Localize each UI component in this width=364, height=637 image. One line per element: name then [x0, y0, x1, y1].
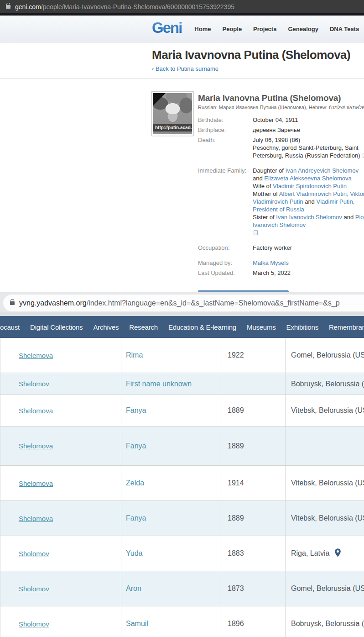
cell-place: Gomel, Belorussia (USSR) [286, 338, 364, 373]
cell-surname: Shelemova [0, 338, 121, 373]
cell-year: 1914 [222, 466, 286, 500]
place: Gomel, Belorussia (USSR) [291, 351, 364, 359]
browser-url-bar-geni[interactable]: geni.com/people/Maria-Ivavnovna-Putina-S… [0, 0, 364, 13]
profile-photo[interactable]: http://putin.acad... [152, 92, 193, 136]
detail-line: October 04, 1911 [253, 116, 364, 124]
cell-first-name: Aron [121, 571, 222, 606]
surname-link[interactable]: Sholomov [19, 620, 49, 628]
place: Bobruysk, Belorussia (USSR) [291, 620, 364, 628]
detail-value: Malka Mysels [253, 259, 364, 267]
surname-link[interactable]: Shelomova [19, 442, 53, 450]
detail-line [253, 229, 364, 237]
detail-value: October 04, 1911 [253, 116, 364, 124]
detail-label: Death: [198, 136, 253, 159]
surname-link[interactable]: Sholomov [19, 550, 49, 558]
profile-link-ivan-ivanovich-shelomov[interactable]: Ivan Ivanovich Shelomov [276, 214, 342, 221]
yv-nav-remembrance[interactable]: Remembrance [329, 323, 364, 331]
yadvashem-section: yvng.yadvashem.org/index.html?language=e… [0, 292, 364, 637]
geni-title-block: Maria Ivavnovna Putina (Shelomova) ‹ Bac… [0, 42, 364, 79]
cell-surname: Shelomova [0, 395, 121, 426]
profile-link-ivan-andreyevich-shelomov[interactable]: Ivan Andreyevich Shelomov [286, 167, 359, 174]
cell-place: Gomel, Belorussia (USSR) [286, 571, 364, 606]
detail-line: Pesochny, gorod Sankt-Peterburg, Saint P… [253, 144, 364, 159]
cell-first-name: Fanya [121, 501, 222, 536]
cell-year: 1922 [222, 338, 286, 373]
yv-nav-research[interactable]: Research [129, 323, 158, 331]
page: geni.com/people/Maria-Ivavnovna-Putina-S… [0, 0, 364, 637]
url-pill[interactable]: yvng.yadvashem.org/index.html?language=e… [3, 295, 364, 311]
cell-first-name: Fanya [121, 395, 222, 426]
geni-logo[interactable]: Geni [152, 19, 182, 37]
yv-nav-digital-collections[interactable]: Digital Collections [30, 323, 83, 331]
table-row: ShelomovaFanya1889Vitebsk, Belorussia (U… [0, 395, 364, 426]
detail-row-last-updated: Last Updated:March 5, 2022 [198, 269, 364, 277]
geni-header: Geni HomePeopleProjectsGenealogyDNA Test… [0, 16, 364, 42]
cell-year: 1889 [222, 426, 286, 465]
cell-first-name: Samuil [121, 606, 222, 637]
profile-name: Maria Ivanovna Putina (Shelomova) [198, 93, 364, 103]
profile-details: Birthdate:October 04, 1911Birthplace:дер… [198, 116, 364, 277]
cell-year [222, 373, 286, 395]
surname-link[interactable]: Shelomova [19, 407, 53, 415]
lock-icon [6, 5, 10, 9]
cell-year: 1896 [222, 606, 286, 637]
yv-nav-archives[interactable]: Archives [93, 323, 119, 331]
first-name: Aron [126, 584, 141, 593]
surname-link[interactable]: Sholomov [19, 585, 49, 593]
geni-nav-genealogy[interactable]: Genealogy [288, 26, 318, 32]
cell-first-name: First name unknown [121, 373, 222, 395]
url-path: /people/Maria-Ivavnovna-Putina-Shelomova… [41, 3, 234, 11]
profile-info: Maria Ivanovna Putina (Shelomova) Russia… [198, 92, 364, 305]
place: Vitebsk, Belorussia (USSR) [291, 479, 364, 487]
place: Vitebsk, Belorussia (USSR) [291, 406, 364, 415]
table-row: SholomovAron1873Gomel, Belorussia (USSR) [0, 571, 364, 606]
yv-nav-education-e-learning[interactable]: Education & E-learning [168, 323, 236, 331]
cell-surname: Sholomov [0, 571, 121, 606]
profile-link-vladimir-spiridonovich-putin[interactable]: Vladimir Spiridonovich Putin [273, 183, 347, 190]
yv-nav-ocaust[interactable]: ocaust [0, 323, 20, 331]
yv-nav-exhibitions[interactable]: Exhibitions [286, 323, 318, 331]
detail-row-birthdate: Birthdate:October 04, 1911 [198, 116, 364, 124]
yv-nav-museums[interactable]: Museums [247, 323, 276, 331]
cell-first-name: Rima [121, 338, 222, 373]
cell-surname: Shelomova [0, 501, 121, 536]
cell-place: Bobruysk, Belorussia (USSR) [286, 373, 364, 395]
surname-link[interactable]: Shelomov [19, 380, 49, 388]
profile-link-malka-mysels[interactable]: Malka Mysels [253, 259, 289, 266]
birth-year: 1883 [228, 549, 244, 558]
browser-url-bar-yadvashem[interactable]: yvng.yadvashem.org/index.html?language=e… [0, 292, 364, 312]
surname-link[interactable]: Shelomova [19, 515, 53, 522]
detail-line: Sister of Ivan Ivanovich Shelomov and Pi… [253, 213, 364, 229]
place: Riga, Latvia [291, 549, 330, 558]
surname-link[interactable]: Shelomova [19, 479, 53, 487]
cell-year: 1889 [222, 395, 286, 426]
birth-year: 1922 [228, 351, 244, 359]
detail-line: Mother of Albert Vladimirovich Putin; Vi… [253, 190, 364, 213]
profile-link-elizaveta-alekseevna-shelomova[interactable]: Elizaveta Alekseevna Shelomova [264, 175, 352, 182]
geni-nav-people[interactable]: People [222, 26, 242, 32]
geni-nav-projects[interactable]: Projects [253, 26, 276, 32]
cell-place: Bobruysk, Belorussia (USSR) [286, 606, 364, 637]
cell-place: Vitebsk, Belorussia (USSR) [286, 395, 364, 426]
cell-place: Riga, Latvia [286, 536, 364, 571]
document-icon[interactable] [254, 230, 258, 235]
geni-nav-dna-tests[interactable]: DNA Tests [330, 26, 359, 32]
geni-nav-home[interactable]: Home [194, 26, 211, 32]
location-pin-icon[interactable] [333, 548, 343, 560]
geni-nav: HomePeopleProjectsGenealogyDNA Tests [194, 26, 359, 32]
cell-surname: Sholomov [0, 536, 121, 571]
detail-row-managed-by: Managed by:Malka Mysels [198, 259, 364, 267]
detail-line: Malka Mysels [253, 259, 364, 267]
first-name: Yuda [126, 549, 142, 558]
cell-surname: Shelomova [0, 466, 121, 500]
cell-place: Vitebsk, Belorussia (USSR) [286, 466, 364, 500]
page-title: Maria Ivavnovna Putina (Shelomova) [152, 48, 364, 62]
profile-section: http://putin.acad... Maria Ivanovna Puti… [0, 79, 364, 305]
birth-year: 1896 [228, 620, 244, 628]
surname-link[interactable]: Shelemova [19, 352, 53, 359]
cell-first-name: Zelda [121, 466, 222, 500]
back-to-surname-link[interactable]: ‹ Back to Putina surname [152, 65, 218, 72]
detail-row-immediate-family: Immediate Family:Daughter of Ivan Andrey… [198, 167, 364, 237]
detail-line: деревня Заречье [253, 126, 364, 134]
lock-icon [10, 301, 15, 305]
